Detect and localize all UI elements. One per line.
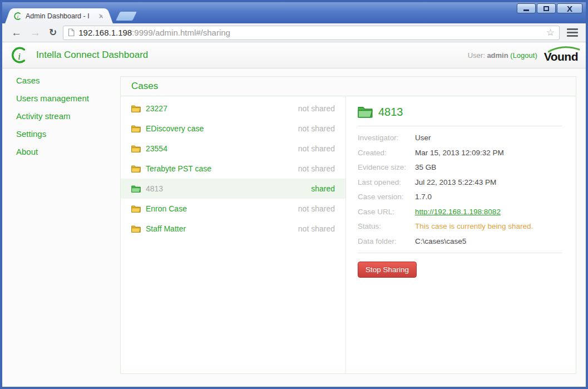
browser-tab[interactable]: i Admin Dashboard - I × (12, 8, 106, 23)
minimize-button[interactable] (517, 3, 536, 13)
case-name: 23227 (146, 104, 167, 113)
detail-field-value: This case is currently being shared. (415, 222, 533, 230)
case-row[interactable]: EDiscovery case not shared (121, 119, 345, 139)
case-share-status: not shared (298, 164, 335, 173)
folder-icon (358, 106, 373, 118)
tab-close-icon[interactable]: × (97, 12, 106, 20)
case-name: Enron Case (146, 204, 187, 213)
case-name: EDiscovery case (146, 124, 204, 133)
maximize-button[interactable] (537, 3, 556, 13)
case-row[interactable]: 4813 shared (121, 179, 345, 199)
page-icon (68, 28, 75, 37)
maximize-icon (543, 6, 549, 11)
detail-field-label: Last opened: (358, 178, 415, 186)
bookmark-star-icon[interactable]: ☆ (546, 28, 555, 37)
case-share-status: shared (311, 184, 335, 193)
sidebar-item[interactable]: Activity stream (16, 107, 89, 125)
case-share-status: not shared (298, 104, 335, 113)
case-share-status: not shared (298, 124, 335, 133)
folder-icon (131, 105, 141, 112)
detail-field-value: User (415, 134, 431, 142)
close-icon: X (567, 4, 572, 13)
vound-swoosh-icon (548, 46, 580, 53)
case-details-name: 4813 (378, 106, 403, 119)
case-row[interactable]: Enron Case not shared (121, 199, 345, 219)
user-info: User: admin (Logout) (468, 51, 537, 60)
detail-field: Created: Mar 15, 2013 12:09:32 PM (358, 149, 562, 157)
detail-field: Last opened: Jul 22, 2013 5:22:43 PM (358, 178, 562, 186)
detail-field-label: Investigator: (358, 134, 415, 142)
logout-link[interactable]: (Logout) (510, 51, 537, 60)
case-row[interactable]: 23227 not shared (121, 99, 345, 119)
divider (358, 253, 562, 253)
folder-icon (131, 145, 141, 152)
detail-field: Case URL: http://192.168.1.198:8082 (358, 208, 562, 216)
detail-field-value[interactable]: http://192.168.1.198:8082 (415, 208, 501, 216)
case-share-status: not shared (298, 144, 335, 153)
case-row[interactable]: 23554 not shared (121, 139, 345, 159)
minimize-icon (523, 9, 529, 11)
folder-icon (131, 205, 141, 213)
detail-field-label: Status: (358, 222, 415, 230)
detail-field-value: 1.7.0 (415, 193, 432, 201)
sidebar-item[interactable]: Cases (16, 72, 89, 90)
user-label: User: (468, 51, 485, 60)
url-text: 192.168.1.198:9999/admin.html#/sharing (78, 28, 542, 37)
case-row[interactable]: Staff Matter not shared (121, 219, 345, 239)
sidebar-nav: Cases Users management Activity stream S… (16, 72, 89, 161)
folder-icon (131, 125, 141, 132)
stop-sharing-button[interactable]: Stop Sharing (358, 262, 417, 278)
app-header: i Intella Connect Dashboard User: admin … (2, 42, 586, 68)
sidebar-item[interactable]: Settings (16, 125, 89, 143)
detail-field-label: Data folder: (358, 237, 415, 245)
app-title: Intella Connect Dashboard (36, 50, 148, 61)
browser-toolbar: ← → ↻ 192.168.1.198:9999/admin.html#/sha… (2, 23, 586, 42)
detail-field: Investigator: User (358, 134, 562, 142)
case-detail-fields: Investigator: User Created: Mar 15, 2013… (358, 134, 562, 245)
case-list: 23227 not shared EDiscovery case not sha… (121, 96, 346, 373)
sidebar-item[interactable]: Users management (16, 90, 89, 107)
case-name: Staff Matter (146, 224, 186, 233)
forward-button[interactable]: → (28, 27, 43, 38)
svg-text:i: i (17, 14, 18, 19)
detail-field: Status: This case is currently being sha… (358, 222, 562, 230)
close-button[interactable]: X (557, 3, 582, 13)
new-tab-button[interactable] (116, 12, 137, 21)
detail-field-value: Jul 22, 2013 5:22:43 PM (415, 178, 496, 186)
reload-button[interactable]: ↻ (47, 28, 59, 37)
address-bar[interactable]: 192.168.1.198:9999/admin.html#/sharing ☆ (63, 26, 560, 40)
hamburger-menu-icon[interactable] (566, 26, 579, 39)
sidebar-item[interactable]: About (16, 143, 89, 161)
detail-field-value: Mar 15, 2013 12:09:32 PM (415, 149, 504, 157)
panel-title: Cases (121, 77, 576, 96)
case-details: 4813 Investigator: User Created: (346, 96, 576, 373)
intella-favicon-icon: i (13, 12, 22, 21)
intella-logo-icon: i (10, 46, 29, 65)
case-name: Terabyte PST case (146, 164, 211, 173)
folder-icon (131, 225, 141, 233)
url-host: 192.168.1.198 (78, 28, 132, 37)
detail-field: Data folder: C:\cases\case5 (358, 237, 562, 245)
detail-field-label: Evidence size: (358, 163, 415, 171)
case-share-status: not shared (298, 224, 335, 233)
window-titlebar[interactable]: i Admin Dashboard - I × X (2, 2, 586, 23)
cases-panel: Cases 23227 not shared (120, 76, 576, 374)
folder-icon (131, 165, 141, 173)
detail-field-value: C:\cases\case5 (415, 237, 466, 245)
detail-field: Case version: 1.7.0 (358, 193, 562, 201)
case-name: 4813 (146, 184, 163, 193)
folder-icon (131, 185, 141, 193)
tab-title: Admin Dashboard - I (26, 12, 93, 20)
page-content: Cases Users management Activity stream S… (2, 68, 586, 387)
detail-field-label: Created: (358, 149, 415, 157)
case-row[interactable]: Terabyte PST case not shared (121, 159, 345, 179)
case-name: 23554 (146, 144, 167, 153)
user-name: admin (487, 51, 508, 60)
url-path: :9999/admin.html#/sharing (132, 28, 230, 37)
case-details-title: 4813 (358, 106, 562, 119)
detail-field-value: 35 GB (415, 163, 436, 171)
detail-field: Evidence size: 35 GB (358, 163, 562, 171)
case-share-status: not shared (298, 204, 335, 213)
divider (358, 126, 562, 126)
back-button[interactable]: ← (9, 27, 24, 38)
